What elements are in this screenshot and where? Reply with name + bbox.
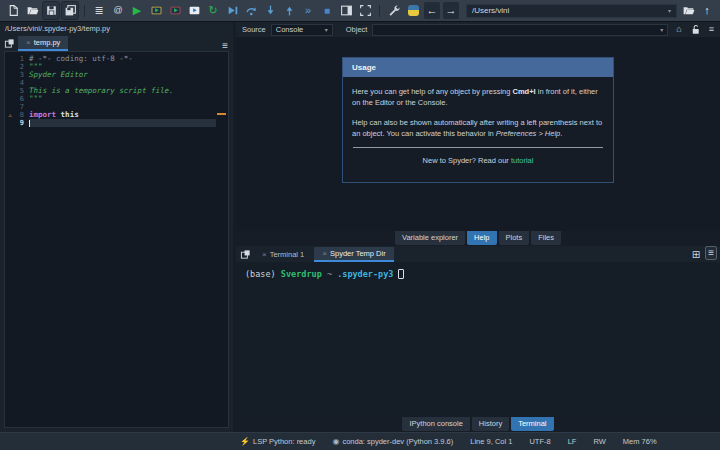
editor-line: 3Spyder Editor (5, 71, 228, 79)
tab-terminal[interactable]: Terminal (511, 417, 553, 431)
code-token: Spyder Editor (29, 70, 88, 79)
save-all-button[interactable] (62, 2, 78, 19)
document-icon (7, 4, 20, 17)
tab-temp-py[interactable]: × temp.py (18, 36, 68, 51)
terminal-content[interactable]: (base) Sverdrup ~ .spyder-py3 (236, 262, 720, 417)
line-number[interactable]: 6 (15, 95, 29, 103)
memory-usage-label: Mem 76% (623, 437, 657, 446)
line-number[interactable]: 8 (15, 111, 29, 119)
usage-footer: New to Spyder? Read our tutorial (352, 155, 604, 166)
tab-help[interactable]: Help (467, 231, 496, 245)
toolbar-buttons: ≣@▶↻»■←→ (5, 2, 459, 19)
editor-line: 9 (5, 119, 228, 127)
save-button[interactable] (43, 2, 59, 19)
tab-history[interactable]: History (472, 417, 509, 431)
code-line-text[interactable] (29, 119, 216, 127)
help-content: Usage Here you can get help of any objec… (236, 37, 720, 231)
line-number[interactable]: 3 (15, 71, 29, 79)
tab-ipython-console[interactable]: IPython console (402, 417, 469, 431)
close-icon[interactable]: × (262, 251, 267, 259)
unlock-icon[interactable] (690, 24, 701, 35)
terminal-options-menu-icon[interactable]: ≡ (705, 246, 717, 260)
lsp-status-label: LSP Python: ready (253, 437, 315, 446)
rerun-cell-button[interactable] (186, 2, 202, 19)
step-return-button[interactable] (281, 2, 297, 19)
run-file-button[interactable]: ▶ (129, 2, 145, 19)
continue-button[interactable]: » (300, 2, 316, 19)
line-number[interactable]: 1 (15, 55, 29, 63)
main-area: /Users/vini/.spyder-py3/temp.py × temp.p… (0, 22, 720, 432)
browse-tabs-button[interactable] (239, 248, 252, 261)
tab-spyder-temp-dir[interactable]: ×Spyder Temp Dir (314, 247, 393, 262)
code-editor[interactable]: 1# -*- coding: utf-8 -*-2"""3Spyder Edit… (4, 51, 229, 428)
debug-file-button[interactable] (224, 2, 240, 19)
line-number[interactable]: 9 (15, 119, 29, 127)
code-line-text[interactable]: Spyder Editor (29, 71, 216, 79)
code-token: # -*- coding: utf-8 -*- (29, 54, 133, 63)
usage-title: Usage (343, 58, 613, 77)
editor-line: 6""" (5, 95, 228, 103)
run-cell-button[interactable] (148, 2, 164, 19)
code-line-text[interactable]: # -*- coding: utf-8 -*- (29, 55, 216, 63)
usage-panel: Usage Here you can get help of any objec… (342, 57, 614, 183)
panel-layout-icon (340, 4, 353, 17)
working-directory-combobox[interactable]: /Users/vini ▾ (466, 4, 677, 18)
line-number[interactable]: 2 (15, 63, 29, 71)
outline-button[interactable]: ≣ (91, 2, 107, 19)
find-symbol-button[interactable]: @ (110, 2, 126, 19)
forward-button[interactable]: → (443, 2, 459, 19)
python-environment-button[interactable] (405, 2, 421, 19)
home-icon[interactable]: ⌂ (676, 25, 681, 34)
run-selection-button[interactable]: ↻ (205, 2, 221, 19)
code-token: This is a temporary script file. (29, 86, 174, 95)
step-over-icon (245, 4, 258, 17)
save-icon (45, 4, 58, 17)
object-label: Object (346, 25, 368, 34)
close-icon[interactable]: × (322, 250, 327, 258)
editor-pane: /Users/vini/.spyder-py3/temp.py × temp.p… (0, 22, 233, 432)
new-terminal-icon[interactable]: ⊞ (692, 250, 700, 260)
memory-usage: Mem 76% (623, 437, 657, 446)
tab-terminal-1[interactable]: ×Terminal 1 (254, 247, 312, 262)
conda-status-label: conda: spyder-dev (Python 3.9.6) (342, 437, 453, 446)
parent-directory-button[interactable]: ↑ (699, 2, 715, 19)
eol-status: LF (568, 437, 577, 446)
tab-files[interactable]: Files (531, 231, 561, 245)
preferences-button[interactable] (386, 2, 402, 19)
terminal-pane: ×Terminal 1×Spyder Temp Dir⊞≡ (base) Sve… (236, 246, 720, 432)
close-icon[interactable]: × (26, 39, 31, 47)
maximize-pane-button[interactable] (357, 2, 373, 19)
prompt-token: .spyder-py3 (337, 269, 393, 279)
prompt-token: ~ (322, 269, 337, 279)
new-file-button[interactable] (5, 2, 21, 19)
panels-button[interactable] (338, 2, 354, 19)
code-line-text[interactable]: This is a temporary script file. (29, 87, 216, 95)
line-number[interactable]: 5 (15, 87, 29, 95)
line-number[interactable]: 7 (15, 103, 29, 111)
editor-options-menu-icon[interactable]: ≡ (222, 41, 228, 51)
back-button[interactable]: ← (424, 2, 440, 19)
tab-plots[interactable]: Plots (499, 231, 530, 245)
tab-variable-explorer[interactable]: Variable explorer (395, 231, 465, 245)
stop-button[interactable]: ■ (319, 2, 335, 19)
maximize-icon (359, 4, 372, 17)
run-cell-advance-button[interactable] (167, 2, 183, 19)
source-select[interactable]: Console ▾ (271, 24, 333, 36)
code-token: import (29, 110, 56, 119)
arrow-up-icon: ↑ (704, 5, 710, 16)
browse-tabs-button[interactable] (3, 37, 16, 50)
chevron-down-icon: ▾ (325, 26, 328, 33)
help-options-menu-icon[interactable]: ≡ (709, 25, 714, 34)
line-number[interactable]: 4 (15, 79, 29, 87)
code-line-text[interactable]: import this (29, 111, 216, 119)
object-input[interactable]: ▾ (372, 24, 668, 36)
step-over-button[interactable] (243, 2, 259, 19)
code-line-text[interactable]: """ (29, 95, 216, 103)
browse-working-directory-button[interactable] (680, 2, 696, 19)
open-file-button[interactable] (24, 2, 40, 19)
run-cell-advance-icon (169, 4, 182, 17)
step-into-button[interactable] (262, 2, 278, 19)
tutorial-link[interactable]: tutorial (511, 156, 534, 165)
toolbar-separator (84, 5, 85, 17)
run-cell-icon (150, 4, 163, 17)
